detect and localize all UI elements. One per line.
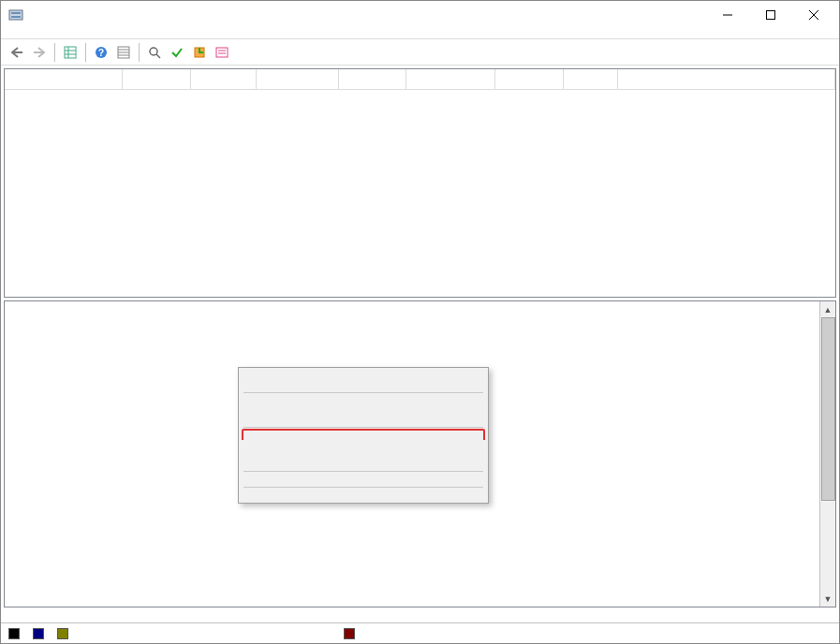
svg-line-20 <box>156 54 160 58</box>
col-status[interactable] <box>339 69 406 89</box>
col-pctfree[interactable] <box>564 69 618 89</box>
separator <box>139 43 140 62</box>
menu-file[interactable] <box>7 31 22 37</box>
list-icon[interactable] <box>113 42 134 63</box>
toolbar: ? <box>1 39 839 66</box>
svg-rect-4 <box>767 11 775 20</box>
properties-icon[interactable] <box>212 42 232 63</box>
search-icon[interactable] <box>144 42 165 63</box>
col-layout[interactable] <box>123 69 191 89</box>
menu-action[interactable] <box>23 31 38 37</box>
titlebar <box>1 1 839 29</box>
svg-rect-22 <box>216 48 228 57</box>
col-volume[interactable] <box>5 69 123 89</box>
ctx-format <box>242 415 485 424</box>
app-icon <box>8 7 23 22</box>
ctx-separator <box>243 487 483 488</box>
ctx-mark-active[interactable] <box>242 396 485 405</box>
swatch-mirrored <box>344 628 355 639</box>
refresh-icon[interactable] <box>189 42 210 63</box>
minimize-button[interactable] <box>706 1 749 29</box>
svg-rect-2 <box>11 16 21 18</box>
ctx-add-mirror[interactable] <box>242 449 485 459</box>
swatch-unallocated <box>8 628 20 639</box>
separator <box>85 43 86 62</box>
ctx-separator <box>243 471 483 472</box>
separator <box>54 43 55 62</box>
swatch-primary <box>33 628 44 639</box>
svg-rect-9 <box>65 47 76 58</box>
swatch-simple <box>57 628 68 639</box>
menu-view[interactable] <box>40 31 55 37</box>
ctx-properties[interactable] <box>242 475 485 484</box>
scroll-thumb[interactable] <box>821 317 835 501</box>
col-spacer <box>618 69 835 89</box>
check-icon[interactable] <box>167 42 187 63</box>
svg-rect-1 <box>11 12 21 14</box>
close-button[interactable] <box>792 1 835 29</box>
ctx-help[interactable] <box>242 490 485 500</box>
ctx-change-drive-letter[interactable] <box>242 405 485 415</box>
ctx-extend-volume[interactable] <box>243 431 483 440</box>
volume-list <box>4 68 836 298</box>
forward-button[interactable] <box>29 42 50 63</box>
volume-list-header <box>5 69 835 90</box>
menu-help[interactable] <box>57 31 72 37</box>
ctx-delete-volume <box>242 459 485 468</box>
grid-icon[interactable] <box>60 42 81 63</box>
context-menu <box>238 367 489 504</box>
col-freespace[interactable] <box>495 69 564 89</box>
scrollbar[interactable]: ▲ ▼ <box>819 301 835 607</box>
maximize-button[interactable] <box>749 1 792 29</box>
col-type[interactable] <box>191 69 257 89</box>
col-capacity[interactable] <box>406 69 495 89</box>
ctx-shrink-volume[interactable] <box>242 440 485 449</box>
scroll-down-icon[interactable]: ▼ <box>820 591 835 607</box>
ctx-open[interactable] <box>242 371 485 380</box>
scroll-up-icon[interactable]: ▲ <box>820 301 835 317</box>
ctx-explore[interactable] <box>242 380 485 389</box>
ctx-separator <box>243 427 483 428</box>
legend <box>1 622 839 643</box>
ctx-separator <box>243 392 483 393</box>
svg-rect-0 <box>9 10 22 20</box>
svg-point-19 <box>150 48 157 55</box>
menubar <box>1 29 839 39</box>
col-filesystem[interactable] <box>257 69 339 89</box>
svg-text:?: ? <box>98 48 104 58</box>
help-icon[interactable]: ? <box>91 42 111 63</box>
back-button[interactable] <box>7 42 27 63</box>
